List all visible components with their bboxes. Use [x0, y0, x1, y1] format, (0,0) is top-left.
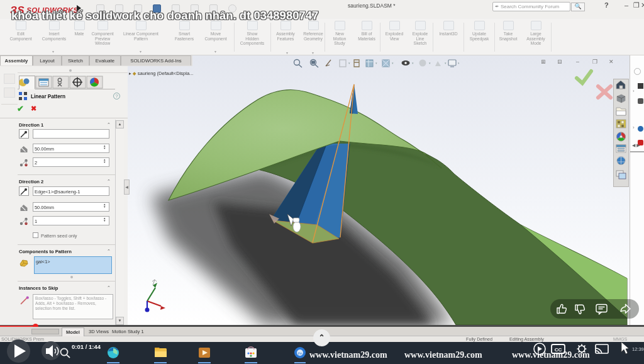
- svg-text:▾: ▾: [458, 61, 459, 65]
- svg-text:12:39: 12:39: [632, 346, 644, 352]
- svg-text:thn: thn: [298, 351, 303, 355]
- svg-text:▾: ▾: [412, 61, 414, 65]
- svg-text:CC: CC: [555, 347, 562, 353]
- svg-text:▾: ▾: [348, 61, 350, 65]
- svg-text:▾: ▾: [429, 61, 431, 65]
- svg-text:▾: ▾: [392, 61, 394, 65]
- svg-text:▾: ▾: [375, 61, 377, 65]
- svg-text:▾: ▾: [445, 61, 447, 65]
